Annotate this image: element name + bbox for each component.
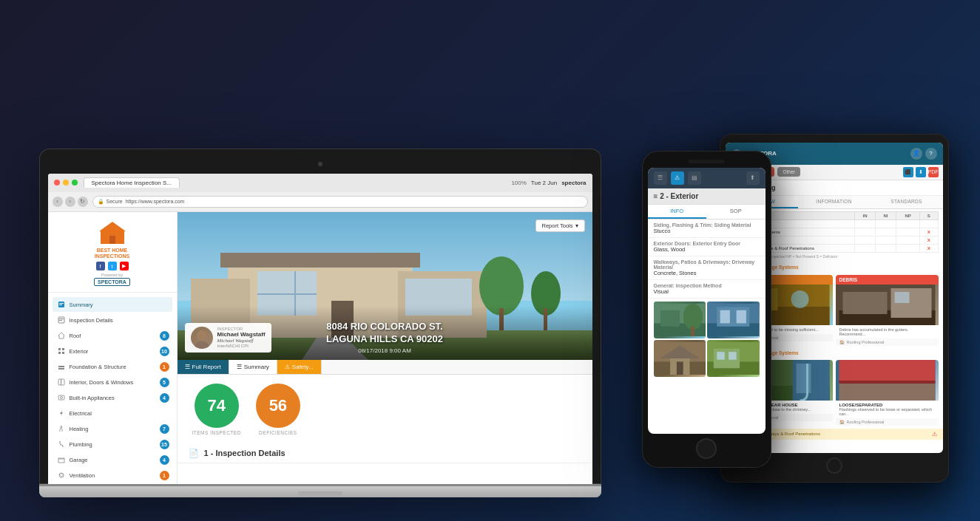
browser-tab[interactable]: Spectora Home Inspection S... bbox=[84, 177, 180, 188]
phone-section-icon: ≡ bbox=[654, 192, 660, 200]
heating-badge: 7 bbox=[160, 424, 169, 434]
tab-safety[interactable]: ⚠ Safety... bbox=[277, 360, 322, 374]
close-btn[interactable] bbox=[54, 180, 60, 185]
phone-field-label-0: Siding, Flashing & Trim: Siding Material bbox=[654, 222, 760, 228]
svg-rect-13 bbox=[58, 366, 64, 367]
minimize-btn[interactable] bbox=[63, 180, 69, 185]
svg-rect-3 bbox=[59, 303, 64, 304]
sidebar-item-plumbing[interactable]: Plumbing 15 bbox=[53, 437, 172, 452]
sidebar-item-roof[interactable]: Roof 8 bbox=[53, 328, 172, 343]
browser-menu-bar: ‹ › ↻ 🔒 Secure https://www.spectora.com bbox=[48, 192, 592, 211]
inspector-info: INSPECTOR Michael Wagstaff Michael Wagst… bbox=[217, 327, 266, 348]
phone-field-value-2: Concrete, Stones bbox=[654, 270, 760, 276]
app-content: BEST HOME INSPECTIONS f t ▶ Powered by S… bbox=[48, 212, 592, 484]
safety-icon: ⚠ bbox=[285, 364, 290, 370]
svg-rect-57 bbox=[720, 310, 730, 323]
sidebar-logo: BEST HOME INSPECTIONS f t ▶ Powered by S… bbox=[48, 219, 177, 293]
roof-label: Roof bbox=[70, 333, 81, 339]
safety-label: Safety... bbox=[292, 364, 314, 370]
interior-badge: 5 bbox=[160, 378, 169, 387]
electrical-icon bbox=[57, 409, 66, 418]
svg-point-75 bbox=[791, 290, 808, 308]
card-header-debris: DEBRIS bbox=[836, 275, 939, 285]
phone-field-value-3: Visual bbox=[654, 288, 760, 295]
phone-tab-icon-2[interactable]: ⚠ bbox=[671, 171, 684, 185]
tablet-user-icon[interactable]: 👤 bbox=[910, 148, 922, 160]
filter-other-btn[interactable]: Other bbox=[777, 167, 800, 177]
report-tools-chevron: ▾ bbox=[575, 222, 578, 229]
phone-tab-info[interactable]: INFO bbox=[648, 205, 707, 219]
phone-tab-icon-1[interactable]: ☰ bbox=[654, 171, 667, 185]
youtube-icon[interactable]: ▶ bbox=[120, 262, 129, 270]
phone-share-icon[interactable]: ⬆ bbox=[746, 171, 760, 185]
twitter-icon[interactable]: t bbox=[108, 262, 117, 270]
browser-url-bar[interactable]: 🔒 Secure https://www.spectora.com bbox=[92, 196, 588, 208]
phone-tab-sop[interactable]: SOP bbox=[706, 205, 766, 219]
powered-by-label: Powered by bbox=[101, 273, 123, 277]
phone-field-3: General: Inspection Method Visual bbox=[648, 280, 766, 299]
tab-full-report[interactable]: ☰ Full Report bbox=[178, 360, 229, 374]
tablet-home-button[interactable] bbox=[826, 457, 842, 474]
phone-field-2: Walkways, Patios & Driveways: Driveway M… bbox=[648, 256, 766, 280]
phone-outer: ☰ ⚠ ▤ ⬆ ≡ 2 - Exterior INFO SOP bbox=[642, 151, 771, 468]
phone-tab-icon-3[interactable]: ▤ bbox=[688, 171, 701, 185]
social-icons: f t ▶ bbox=[96, 262, 129, 270]
plumbing-icon bbox=[57, 440, 66, 449]
refresh-btn[interactable]: ↻ bbox=[78, 197, 88, 207]
sidebar-item-ventilation[interactable]: Ventilation 1 bbox=[53, 468, 172, 483]
svg-rect-63 bbox=[676, 361, 683, 375]
svg-rect-67 bbox=[717, 352, 725, 360]
plumbing-badge: 15 bbox=[160, 440, 169, 449]
table-header-s: S bbox=[920, 211, 938, 219]
appliances-label: Built-in Appliances bbox=[70, 395, 115, 401]
doc-icon bbox=[57, 300, 66, 309]
sidebar-item-exterior[interactable]: Exterior 10 bbox=[53, 344, 172, 358]
svg-rect-9 bbox=[58, 348, 61, 350]
tablet-help-icon[interactable]: ? bbox=[925, 148, 937, 160]
phone-tabs: INFO SOP bbox=[648, 205, 766, 219]
table-header-ni: NI bbox=[876, 211, 896, 219]
maximize-btn[interactable] bbox=[72, 180, 78, 185]
sidebar-item-heating[interactable]: Heating 7 bbox=[53, 421, 172, 436]
tablet-download-btn[interactable]: ⬇ bbox=[916, 167, 926, 177]
warning-alert-icon: ⚠ bbox=[932, 431, 937, 437]
garage-label: Garage bbox=[70, 457, 88, 463]
sidebar-item-foundation[interactable]: Foundation & Structure 1 bbox=[53, 359, 172, 374]
table-cell-in-flashings bbox=[855, 236, 876, 244]
phone-section-header: ≡ 2 - Exterior bbox=[648, 188, 766, 205]
sidebar-item-inspection-details[interactable]: Inspection Details bbox=[53, 313, 172, 327]
card-image-flashing bbox=[836, 360, 939, 401]
sidebar-item-summary[interactable]: Summary bbox=[53, 297, 172, 312]
sidebar-item-garage[interactable]: Garage 4 bbox=[53, 452, 172, 467]
back-btn[interactable]: ‹ bbox=[53, 197, 63, 207]
facebook-icon[interactable]: f bbox=[96, 262, 105, 270]
svg-point-18 bbox=[60, 397, 62, 399]
tablet-pdf-btn[interactable]: PDF bbox=[928, 167, 939, 177]
sidebar-item-appliances[interactable]: Built-in Appliances 4 bbox=[53, 390, 172, 405]
tab-standards[interactable]: STANDARDS bbox=[871, 196, 943, 208]
report-tools-button[interactable]: Report Tools ▾ bbox=[535, 219, 585, 232]
phone-image-1 bbox=[654, 302, 706, 338]
laptop-camera bbox=[318, 162, 322, 166]
forward-btn[interactable]: › bbox=[65, 197, 75, 207]
sidebar-item-electrical[interactable]: Electrical bbox=[53, 406, 172, 420]
phone-field-value-0: Stucco bbox=[654, 228, 760, 234]
exterior-icon bbox=[57, 347, 66, 355]
svg-rect-12 bbox=[62, 352, 64, 354]
section-icon: 📄 bbox=[189, 449, 199, 457]
svg-rect-34 bbox=[220, 253, 420, 268]
items-inspected-label: ITEMS INSPECTED bbox=[192, 430, 241, 435]
roof-badge: 8 bbox=[160, 331, 169, 341]
sidebar-item-interior[interactable]: Interior, Doors & Windows 5 bbox=[53, 375, 172, 389]
svg-rect-87 bbox=[839, 381, 935, 384]
tablet-screenshot-btn[interactable]: ⬛ bbox=[903, 167, 913, 177]
phone-image-2 bbox=[707, 302, 760, 338]
phone-home-button[interactable] bbox=[696, 438, 717, 459]
tab-summary[interactable]: ☰ Summary bbox=[229, 360, 277, 374]
phone-field-label-1: Exterior Doors: Exterior Entry Door bbox=[654, 241, 760, 246]
tab-information[interactable]: INFORMATION bbox=[798, 196, 871, 208]
items-inspected-score: 74 ITEMS INSPECTED bbox=[192, 384, 241, 435]
heating-icon bbox=[57, 424, 66, 433]
table-cell-s-flashings: X bbox=[920, 236, 938, 244]
hero-section: Report Tools ▾ 8084 RIO COLORADO ST. LAG… bbox=[178, 212, 592, 360]
